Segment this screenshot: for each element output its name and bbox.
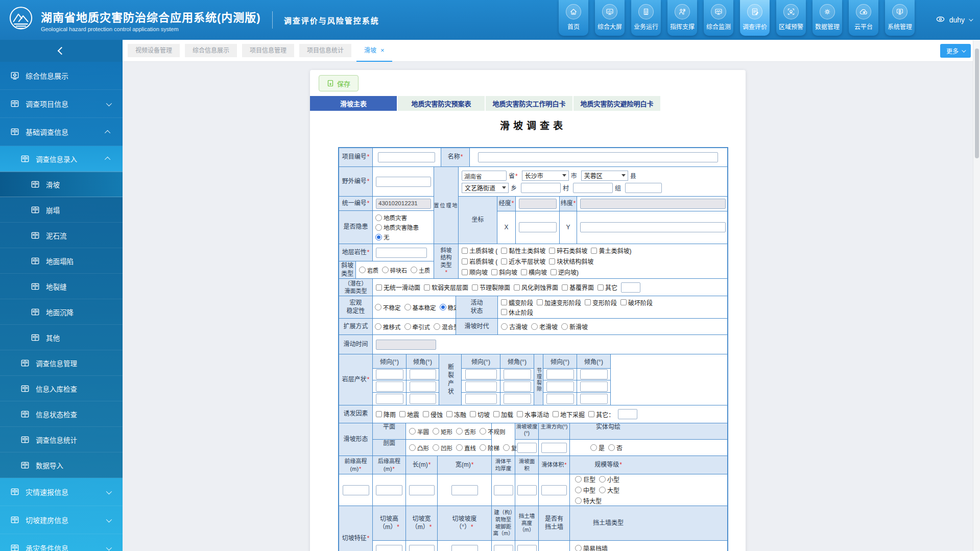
checkbox-地下采掘[interactable]: 地下采掘 bbox=[553, 410, 585, 419]
radio-不稳定[interactable]: 不稳定 bbox=[375, 303, 401, 312]
fault-dip-angle-input[interactable] bbox=[504, 381, 531, 392]
nav-tile-big-screen[interactable]: 综合大屏 bbox=[595, 0, 625, 36]
nav-tile-command-support[interactable]: 指挥支撑 bbox=[667, 0, 697, 36]
sidebar-item-info-status-check[interactable]: 信息状态检查 bbox=[0, 401, 123, 427]
county-select[interactable]: 芙蓉区 bbox=[581, 171, 628, 181]
nav-tile-business-run[interactable]: 业务运行 bbox=[631, 0, 661, 36]
radio-基本稳定[interactable]: 基本稳定 bbox=[404, 303, 436, 312]
sidebar-item-survey-project[interactable]: 调查项目信息 bbox=[0, 90, 123, 118]
sidebar-item-ground-fissure[interactable]: 地裂缝 bbox=[0, 274, 123, 299]
sidebar-item-survey-manage[interactable]: 调查信息管理 bbox=[0, 350, 123, 376]
checkbox-冻融[interactable]: 冻融 bbox=[446, 410, 466, 419]
checkbox-变形阶段[interactable]: 变形阶段 bbox=[585, 298, 617, 307]
town-select[interactable]: 文艺路街道 bbox=[462, 183, 509, 193]
checkbox-基覆界面[interactable]: 基覆界面 bbox=[562, 283, 594, 292]
fault-dip-input[interactable] bbox=[465, 381, 497, 392]
form-tab-landslide-main[interactable]: 滑坡主表 bbox=[310, 96, 398, 111]
checkbox-软弱夹层层面[interactable]: 软弱夹层层面 bbox=[424, 283, 468, 292]
rear-elevation-input[interactable] bbox=[376, 485, 402, 495]
checkbox-无统一滑动面[interactable]: 无统一滑动面 bbox=[376, 283, 420, 292]
checkbox-切坡[interactable]: 切坡 bbox=[470, 410, 490, 419]
checkbox-横向坡[interactable]: 横向坡 bbox=[521, 268, 547, 276]
radio-大型[interactable]: 大型 bbox=[599, 486, 619, 494]
slope-degree-input[interactable] bbox=[517, 443, 537, 453]
nav-tile-region-warning[interactable]: 区域预警 bbox=[776, 0, 806, 36]
workspace-tab-project-info-stats[interactable]: 项目信息统计 bbox=[299, 44, 351, 57]
checkbox-逆向坡)[interactable]: 逆向坡) bbox=[551, 268, 579, 276]
area-input[interactable] bbox=[517, 485, 537, 495]
city-select[interactable]: 长沙市 bbox=[522, 171, 569, 181]
checkbox-风化剥蚀界面[interactable]: 风化剥蚀界面 bbox=[514, 283, 558, 292]
sidebar-item-landslide[interactable]: 滑坡 bbox=[0, 172, 123, 197]
rock-dip-input[interactable] bbox=[376, 381, 403, 392]
form-tab-evade-card[interactable]: 地质灾害防灾避险明白卡 bbox=[573, 96, 661, 111]
nav-tile-cloud-platform[interactable]: 云平台 bbox=[849, 0, 878, 36]
user-menu[interactable]: duhy bbox=[936, 0, 972, 40]
rock-dip-input[interactable] bbox=[376, 394, 403, 404]
nav-tile-home[interactable]: 首页 bbox=[559, 0, 588, 36]
checkbox-岩质斜坡 ([interactable]: 岩质斜坡 ( bbox=[462, 257, 497, 266]
group2-input[interactable] bbox=[625, 183, 662, 193]
radio-岩质[interactable]: 岩质 bbox=[359, 266, 378, 274]
main-slide-direction-input[interactable] bbox=[541, 443, 567, 453]
thickness-input[interactable] bbox=[494, 485, 513, 495]
close-icon[interactable]: × bbox=[380, 46, 385, 54]
checkbox-顺向坡[interactable]: 顺向坡 bbox=[462, 268, 488, 276]
village-input[interactable] bbox=[521, 183, 561, 193]
sidebar-item-disaster-report[interactable]: 灾情速报信息 bbox=[0, 478, 123, 506]
radio-古滑坡[interactable]: 古滑坡 bbox=[501, 322, 528, 331]
rock-dip-input[interactable] bbox=[376, 369, 403, 379]
other-input[interactable] bbox=[618, 409, 637, 419]
sidebar-item-info-warehouse-check[interactable]: 信息入库检查 bbox=[0, 376, 123, 401]
joint-dip-angle-input[interactable] bbox=[580, 394, 608, 404]
joint-dip-input[interactable] bbox=[546, 381, 574, 392]
fault-dip-angle-input[interactable] bbox=[504, 369, 531, 379]
form-tab-work-card[interactable]: 地质灾害防灾工作明白卡 bbox=[486, 96, 573, 111]
fault-dip-input[interactable] bbox=[465, 394, 497, 404]
sidebar-item-disaster-bearing[interactable]: 承灾条件信息 bbox=[0, 534, 123, 551]
vertical-scrollbar[interactable] bbox=[973, 40, 980, 551]
sidebar-item-collapse[interactable]: 崩塌 bbox=[0, 197, 123, 223]
radio-新滑坡[interactable]: 新滑坡 bbox=[561, 322, 588, 331]
form-tab-prevention-plan[interactable]: 地质灾害防灾预案表 bbox=[398, 96, 486, 111]
joint-dip-input[interactable] bbox=[546, 369, 574, 379]
checkbox-块状结构斜坡[interactable]: 块状结构斜坡 bbox=[549, 257, 593, 266]
checkbox-降雨[interactable]: 降雨 bbox=[376, 410, 396, 419]
cut-width-input[interactable] bbox=[409, 545, 435, 551]
project-no-input[interactable] bbox=[378, 152, 435, 162]
checkbox-黄土类斜坡)[interactable]: 黄土类斜坡) bbox=[591, 246, 631, 255]
checkbox-加速变形阶段[interactable]: 加速变形阶段 bbox=[537, 298, 581, 307]
radio-巨型[interactable]: 巨型 bbox=[575, 475, 595, 484]
checkbox-碎石类斜坡[interactable]: 碎石类斜坡 bbox=[549, 246, 587, 255]
front-elevation-input[interactable] bbox=[343, 485, 369, 495]
sidebar-collapse-button[interactable] bbox=[0, 40, 123, 62]
radio-地质灾害隐患[interactable]: 地质灾害隐患 bbox=[375, 223, 419, 232]
checkbox-近水平层状坡[interactable]: 近水平层状坡 bbox=[501, 257, 545, 266]
checkbox-休止阶段[interactable]: 休止阶段 bbox=[501, 308, 533, 317]
province-box[interactable]: 湖南省 bbox=[462, 171, 507, 181]
nav-tile-system-manage[interactable]: 系统管理 bbox=[885, 0, 915, 36]
radio-凹形[interactable]: 凹形 bbox=[433, 444, 452, 452]
radio-无[interactable]: 无 bbox=[375, 232, 390, 242]
checkbox-黏性土类斜坡[interactable]: 黏性土类斜坡 bbox=[501, 246, 545, 255]
x-input[interactable] bbox=[519, 222, 557, 232]
workspace-tab-video-device[interactable]: 视频设备管理 bbox=[128, 44, 180, 57]
checkbox-加载[interactable]: 加载 bbox=[493, 410, 513, 419]
length-input[interactable] bbox=[409, 485, 435, 495]
sidebar-item-land-subsidence[interactable]: 地面沉降 bbox=[0, 299, 123, 325]
fault-dip-angle-input[interactable] bbox=[504, 394, 531, 404]
sidebar-item-overview-display[interactable]: 综合信息展示 bbox=[0, 62, 123, 90]
save-button[interactable]: 保存 bbox=[319, 75, 358, 91]
sidebar-item-debris-flow[interactable]: 泥石流 bbox=[0, 223, 123, 248]
volume-input[interactable] bbox=[541, 485, 567, 495]
checkbox-土质斜坡 ([interactable]: 土质斜坡 ( bbox=[462, 246, 497, 255]
sidebar-item-cut-slope-housing[interactable]: 切坡建房信息 bbox=[0, 506, 123, 534]
radio-地质灾害[interactable]: 地质灾害 bbox=[375, 213, 407, 223]
radio-否[interactable]: 否 bbox=[608, 443, 623, 452]
radio-混合型[interactable]: 混合型 bbox=[434, 323, 460, 331]
nav-tile-survey-eval[interactable]: 调查评价 bbox=[740, 0, 770, 36]
radio-中型[interactable]: 中型 bbox=[575, 486, 595, 494]
fault-dip-input[interactable] bbox=[465, 369, 497, 379]
workspace-tab-overview-display[interactable]: 综合信息展示 bbox=[185, 44, 237, 57]
joint-dip-angle-input[interactable] bbox=[580, 381, 608, 392]
